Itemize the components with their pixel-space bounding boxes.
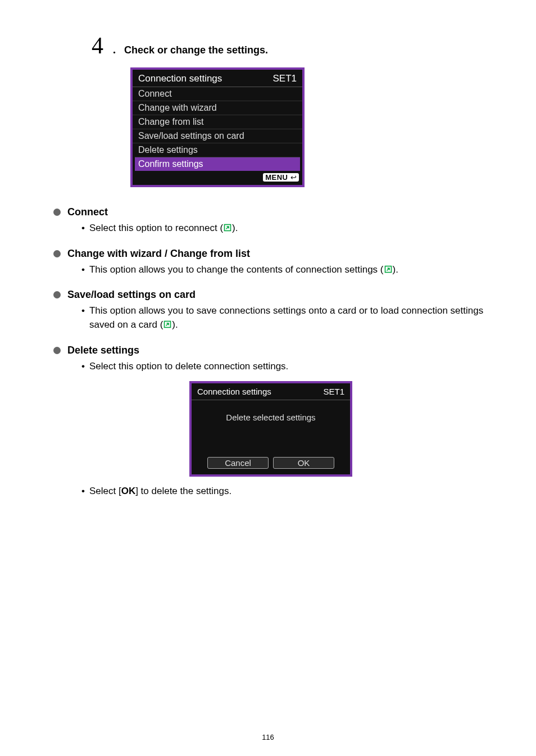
camera-screen-connection-settings: Connection settings SET1 Connect Change … (130, 67, 305, 187)
screen-footer: MENU ↩ (133, 171, 302, 185)
screen-set-label: SET1 (272, 73, 297, 84)
section-title-delete: Delete settings (67, 345, 139, 356)
step-row: 4 . Check or change the settings. (92, 34, 488, 57)
list-item: • This option allows you to save connect… (81, 304, 488, 332)
text-post: ] to delete the settings. (135, 486, 231, 496)
section-head: Change with wizard / Change from list (53, 248, 488, 260)
link-out-icon (223, 223, 232, 232)
bullet-icon (53, 250, 61, 257)
section-title-change: Change with wizard / Change from list (67, 248, 250, 260)
screen2-set-label: SET1 (323, 387, 344, 396)
link-out-icon (163, 320, 172, 329)
text-post: ). (232, 223, 238, 233)
item-text: Select this option to reconnect (). (89, 221, 488, 236)
screen2-header: Connection settings SET1 (192, 383, 350, 400)
text-post: ). (172, 319, 178, 330)
text-pre: Select this option to reconnect ( (89, 223, 223, 233)
bullet-icon (53, 347, 61, 354)
bullet-dot-icon: • (81, 263, 85, 277)
menu-back-button: MENU ↩ (263, 173, 299, 182)
section-title-saveload: Save/load settings on card (67, 289, 196, 301)
list-item: • Select this option to delete connectio… (81, 360, 488, 374)
section-saveload: Save/load settings on card • This option… (53, 289, 488, 332)
screen-row-confirm-selected: Confirm settings (135, 157, 300, 171)
list-item: • Select [OK] to delete the settings. (81, 485, 488, 499)
sub-list: • Select this option to delete connectio… (81, 360, 488, 374)
bullet-dot-icon: • (81, 221, 85, 235)
section-change: Change with wizard / Change from list • … (53, 248, 488, 277)
screen2-cancel-button: Cancel (207, 457, 269, 469)
sub-list: • Select this option to reconnect (). (81, 221, 488, 236)
item-text: Select [OK] to delete the settings. (89, 485, 488, 499)
text-bold-ok: OK (121, 486, 136, 496)
reference-link[interactable] (223, 223, 232, 232)
screen2-title: Connection settings (197, 387, 271, 396)
link-out-icon (384, 265, 393, 274)
back-arrow-icon: ↩ (290, 173, 297, 182)
screen-row-change-list: Change from list (133, 115, 302, 129)
page: 4 . Check or change the settings. Connec… (0, 0, 536, 756)
screen-row-connect: Connect (133, 87, 302, 101)
text-pre: Select [ (89, 486, 121, 496)
sub-list: • Select [OK] to delete the settings. (81, 485, 488, 499)
text-pre: This option allows you to save connectio… (89, 305, 483, 330)
screen-row-change-wizard: Change with wizard (133, 101, 302, 115)
section-head: Connect (53, 206, 488, 218)
screen-header: Connection settings SET1 (133, 70, 302, 87)
screen2-ok-button: OK (273, 457, 334, 469)
list-item: • This option allows you to change the c… (81, 263, 488, 277)
camera-screen-delete-confirm: Connection settings SET1 Delete selected… (189, 381, 352, 477)
bullet-dot-icon: • (81, 360, 85, 373)
section-head: Save/load settings on card (53, 289, 488, 301)
sub-list: • This option allows you to change the c… (81, 263, 488, 277)
item-text: This option allows you to change the con… (89, 263, 488, 277)
section-title-connect: Connect (67, 206, 108, 218)
screen-row-save-load: Save/load settings on card (133, 129, 302, 143)
screen-menu-list: Connect Change with wizard Change from l… (133, 87, 302, 171)
screen2-body: Delete selected settings (192, 400, 350, 457)
bullet-dot-icon: • (81, 304, 85, 318)
bullet-icon (53, 291, 61, 298)
screen2-button-row: Cancel OK (192, 457, 350, 474)
item-text: This option allows you to save connectio… (89, 304, 488, 332)
bullet-icon (53, 209, 61, 216)
screen-row-delete: Delete settings (133, 143, 302, 157)
list-item: • Select this option to reconnect (). (81, 221, 488, 236)
reference-link[interactable] (163, 320, 172, 329)
section-delete: Delete settings • Select this option to … (53, 345, 488, 499)
step-title: Check or change the settings. (124, 44, 268, 56)
item-text: Select this option to delete connection … (89, 360, 488, 374)
text-pre: This option allows you to change the con… (89, 264, 384, 275)
menu-label: MENU (265, 173, 288, 182)
bullet-dot-icon: • (81, 485, 85, 498)
screen-title: Connection settings (138, 73, 222, 84)
page-number: 116 (0, 733, 536, 741)
sub-list: • This option allows you to save connect… (81, 304, 488, 332)
step-number: 4 (92, 34, 103, 57)
step-number-dot: . (112, 39, 116, 57)
reference-link[interactable] (384, 265, 393, 274)
section-connect: Connect • Select this option to reconnec… (53, 206, 488, 236)
section-head: Delete settings (53, 345, 488, 356)
text-post: ). (393, 264, 398, 275)
